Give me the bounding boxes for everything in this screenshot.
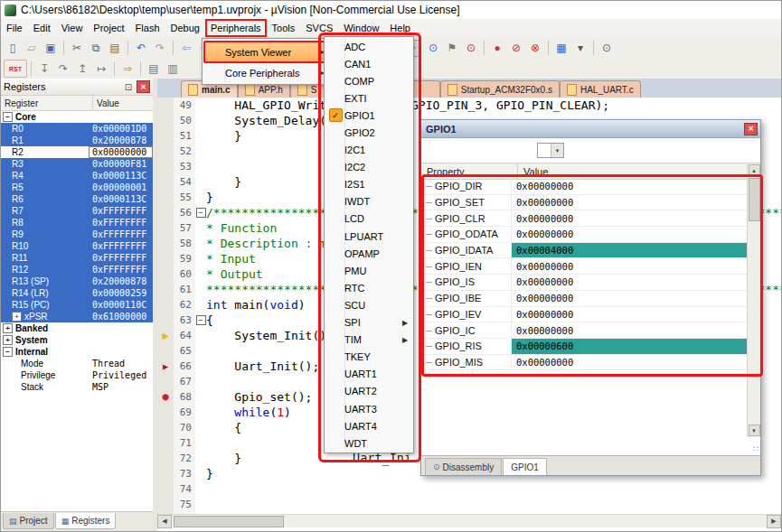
property-value[interactable]: 0x00000000	[512, 275, 747, 290]
gpio-property-row[interactable]: GPIO_ODATA0x00000000	[421, 227, 747, 243]
submenu-item-lcd[interactable]: LCD	[325, 210, 413, 228]
scroll-left-icon[interactable]: ◀	[157, 515, 172, 528]
step-into-icon[interactable]: ↧	[35, 61, 53, 77]
editor-tab-hal-uart-c[interactable]: HAL_UART.c	[560, 80, 641, 98]
property-value[interactable]: 0x00000000	[512, 227, 747, 242]
submenu-item-gpio2[interactable]: GPIO2	[325, 124, 413, 141]
cut-icon[interactable]: ✂	[68, 40, 86, 56]
submenu-item-i2c2[interactable]: I2C2	[325, 159, 413, 176]
menu-item-debug[interactable]: Debug	[165, 19, 205, 37]
register-row[interactable]: ModeThread	[1, 358, 153, 369]
register-row[interactable]: StackMSP	[1, 381, 153, 393]
gpio-property-row[interactable]: GPIO_IC0x00000000	[421, 322, 747, 339]
scrollbar-thumb[interactable]	[174, 516, 284, 527]
register-row[interactable]: R13 (SP)0x20000878	[1, 275, 153, 287]
menu-item-tools[interactable]: Tools	[267, 19, 301, 37]
expand-icon[interactable]: +	[3, 323, 13, 333]
register-row[interactable]: R00x000001D0	[1, 123, 153, 135]
register-row[interactable]: R100xFFFFFFFF	[1, 240, 153, 252]
register-row[interactable]: R20x00000000	[1, 146, 153, 158]
code-text[interactable]	[206, 481, 781, 497]
reset-cpu-icon[interactable]: RST	[4, 60, 27, 78]
register-row[interactable]: R14 (LR)0x00000259	[1, 287, 153, 299]
property-value[interactable]: 0x00000000	[512, 195, 747, 210]
fold-gutter[interactable]: −	[195, 313, 206, 328]
property-value[interactable]: 0x00000000	[512, 322, 747, 338]
register-row[interactable]: −Core	[1, 111, 153, 123]
submenu-item-pmu[interactable]: PMU	[325, 262, 413, 279]
nav-back-icon[interactable]: ⇦	[177, 40, 195, 56]
register-row[interactable]: +xPSR0x61000000	[1, 311, 153, 322]
submenu-item-tkey[interactable]: TKEY	[325, 349, 413, 366]
gpio1-close-icon[interactable]: ✕	[744, 123, 758, 135]
breakpoint-insert-icon[interactable]: ●	[488, 40, 506, 56]
submenu-item-uart2[interactable]: UART2	[325, 383, 413, 400]
search-in-files-icon[interactable]: ⊙	[462, 40, 480, 56]
code-text[interactable]	[206, 497, 781, 512]
submenu-item-uart1[interactable]: UART1	[325, 366, 413, 383]
gpio1-vscrollbar[interactable]: ▲ ▼	[747, 163, 760, 437]
watch-window-icon[interactable]: ▥	[164, 61, 182, 77]
property-value[interactable]: 0x00000000	[512, 291, 747, 306]
window-layout-icon[interactable]: ▦	[552, 40, 570, 56]
gpio-property-row[interactable]: GPIO_RIS0x00000600	[421, 339, 747, 355]
property-value[interactable]: 0x00000000	[512, 307, 747, 322]
gpio-property-row[interactable]: GPIO_IEN0x00000000	[421, 258, 747, 275]
step-out-icon[interactable]: ↥	[73, 61, 91, 77]
scrollbar-thumb[interactable]	[749, 178, 760, 221]
submenu-item-rtc[interactable]: RTC	[325, 279, 413, 296]
undo-icon[interactable]: ↶	[132, 40, 150, 56]
submenu-item-uart4[interactable]: UART4	[325, 417, 413, 434]
collapse-icon[interactable]: −	[3, 347, 13, 357]
command-window-icon[interactable]: ▤	[145, 61, 163, 77]
register-row[interactable]: −Internal	[1, 346, 153, 358]
gpio-property-row[interactable]: GPIO_SET0x00000000	[421, 195, 747, 211]
breakpoint-icon[interactable]: ●	[157, 389, 174, 405]
gpio-property-row[interactable]: GPIO_CLR0x00000000	[421, 210, 747, 227]
submenu-item-opamp[interactable]: OPAMP	[325, 245, 413, 262]
submenu-item-lpuart[interactable]: LPUART	[325, 228, 413, 245]
fold-icon[interactable]: −	[196, 208, 206, 218]
property-value[interactable]: 0x00000600	[512, 339, 747, 354]
gpio-property-row[interactable]: GPIO_DIR0x00000000	[421, 179, 747, 195]
gpio-property-row[interactable]: GPIO_IEV0x00000000	[421, 307, 747, 323]
register-row[interactable]: R10x20000878	[1, 135, 153, 146]
breakpoint-disable-icon[interactable]: ⊘	[507, 40, 525, 56]
fold-icon[interactable]: −	[196, 315, 206, 325]
gpio1-combo[interactable]: ▾	[537, 143, 564, 158]
register-row[interactable]: R15 (PC)0x0000110C	[1, 299, 153, 311]
expand-icon[interactable]: +	[3, 335, 13, 345]
panel-tab-registers[interactable]: ▦Registers	[55, 513, 117, 529]
collapse-icon[interactable]: −	[3, 112, 13, 122]
register-row[interactable]: R120xFFFFFFFF	[1, 264, 153, 275]
register-row[interactable]: +Banked	[1, 322, 153, 334]
register-row[interactable]: R40x0000113C	[1, 170, 153, 182]
register-row[interactable]: +System	[1, 334, 153, 346]
flag-icon[interactable]: ⚑	[443, 40, 461, 56]
register-row[interactable]: R50x00000001	[1, 182, 153, 193]
property-value[interactable]: 0x00000000	[512, 179, 747, 194]
submenu-item-uart3[interactable]: UART3	[325, 400, 413, 417]
expand-icon[interactable]: +	[12, 312, 22, 322]
register-row[interactable]: PrivilegePrivileged	[1, 369, 153, 381]
submenu-item-i2s1[interactable]: I2S1	[325, 176, 413, 193]
submenu-item-adc[interactable]: ADC	[325, 38, 413, 55]
submenu-item-i2c1[interactable]: I2C1	[325, 142, 413, 159]
arrow-yellow-icon[interactable]: ▶	[157, 328, 174, 343]
panel-tab-project[interactable]: ▤Project	[3, 513, 54, 529]
property-value[interactable]: 0x00000000	[512, 355, 747, 370]
menu-item-view[interactable]: View	[56, 19, 89, 37]
register-row[interactable]: R110xFFFFFFFF	[1, 252, 153, 264]
menu-item-help[interactable]: Help	[384, 19, 416, 37]
copy-icon[interactable]: ⧉	[87, 40, 105, 56]
show-next-statement-icon[interactable]: ⇒	[118, 61, 137, 77]
property-value[interactable]: 0x00004000	[512, 243, 747, 258]
register-row[interactable]: R30x00000F81	[1, 158, 153, 170]
register-row[interactable]: R60x0000113C	[1, 193, 153, 205]
gpio-property-row[interactable]: GPIO_IBE0x00000000	[421, 291, 747, 307]
register-row[interactable]: R70xFFFFFFFF	[1, 205, 153, 217]
run-to-cursor-icon[interactable]: ↦	[92, 61, 110, 77]
menu-item-edit[interactable]: Edit	[28, 19, 56, 37]
window-tab-disassembly[interactable]: ⊙Disassembly	[425, 458, 502, 475]
scroll-up-icon[interactable]: ▲	[749, 164, 760, 176]
